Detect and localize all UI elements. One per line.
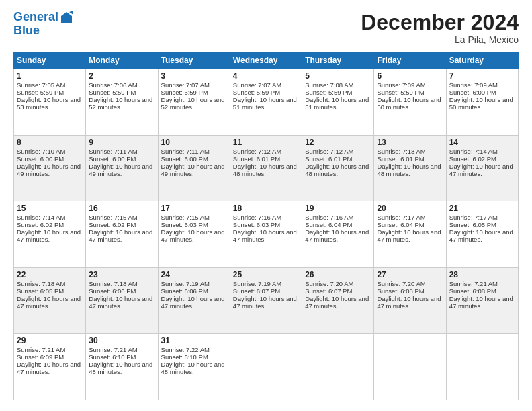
calendar-week-row: 29Sunrise: 7:21 AMSunset: 6:09 PMDayligh… [14,334,519,400]
sunset-text: Sunset: 6:07 PM [233,287,299,295]
sunrise-text: Sunrise: 7:08 AM [305,81,371,89]
daylight-text: Daylight: 10 hours and 49 minutes. [161,163,227,177]
calendar-cell [302,334,374,400]
sunrise-text: Sunrise: 7:22 AM [161,346,227,353]
sunset-text: Sunset: 5:59 PM [377,89,443,96]
title-block: December 2024 La Pila, Mexico [361,11,519,45]
calendar-cell: 30Sunrise: 7:21 AMSunset: 6:10 PMDayligh… [86,334,158,400]
day-number: 26 [305,270,371,279]
sunset-text: Sunset: 5:59 PM [233,89,299,96]
day-number: 15 [17,203,83,213]
sunset-text: Sunset: 6:10 PM [89,353,154,361]
day-number: 13 [377,138,443,147]
calendar-cell [374,334,446,400]
sunrise-text: Sunrise: 7:17 AM [377,214,443,221]
calendar-cell: 28Sunrise: 7:21 AMSunset: 6:08 PMDayligh… [446,267,518,334]
sunset-text: Sunset: 6:00 PM [161,155,227,163]
sunrise-text: Sunrise: 7:18 AM [17,280,83,287]
daylight-text: Daylight: 10 hours and 47 minutes. [17,295,83,310]
sunrise-text: Sunrise: 7:21 AM [89,346,154,353]
sunset-text: Sunset: 6:02 PM [89,221,154,228]
day-number: 27 [377,270,443,279]
sunset-text: Sunset: 6:03 PM [233,221,299,228]
sunrise-text: Sunrise: 7:21 AM [449,280,515,287]
daylight-text: Daylight: 10 hours and 50 minutes. [377,96,443,111]
sunset-text: Sunset: 5:59 PM [17,89,83,96]
month-title: December 2024 [361,11,519,34]
calendar-week-row: 8Sunrise: 7:10 AMSunset: 6:00 PMDaylight… [14,135,519,201]
daylight-text: Daylight: 10 hours and 49 minutes. [89,163,154,177]
calendar-cell: 8Sunrise: 7:10 AMSunset: 6:00 PMDaylight… [14,135,86,201]
sunrise-text: Sunrise: 7:09 AM [449,81,515,89]
svg-marker-0 [61,12,72,23]
calendar-cell: 19Sunrise: 7:16 AMSunset: 6:04 PMDayligh… [302,201,374,268]
day-number: 17 [161,203,227,213]
sunset-text: Sunset: 6:00 PM [17,155,83,163]
calendar-cell: 23Sunrise: 7:18 AMSunset: 6:06 PMDayligh… [86,267,158,334]
sunset-text: Sunset: 6:08 PM [377,287,443,295]
day-number: 29 [17,336,83,345]
sunrise-text: Sunrise: 7:14 AM [17,214,83,221]
calendar-cell: 9Sunrise: 7:11 AMSunset: 6:00 PMDaylight… [86,135,158,201]
sunrise-text: Sunrise: 7:19 AM [233,280,299,287]
day-number: 28 [449,270,515,279]
calendar-cell: 29Sunrise: 7:21 AMSunset: 6:09 PMDayligh… [14,334,86,400]
page: General Blue December 2024 La Pila, Mexi… [0,0,532,411]
calendar-cell: 15Sunrise: 7:14 AMSunset: 6:02 PMDayligh… [14,201,86,268]
sunrise-text: Sunrise: 7:18 AM [89,280,154,287]
daylight-text: Daylight: 10 hours and 48 minutes. [305,163,371,177]
day-number: 18 [233,203,299,213]
day-number: 4 [233,71,299,81]
sunrise-text: Sunrise: 7:16 AM [233,214,299,221]
day-header: Wednesday [230,52,302,69]
sunset-text: Sunset: 6:07 PM [305,287,371,295]
daylight-text: Daylight: 10 hours and 47 minutes. [161,228,227,243]
calendar-cell: 11Sunrise: 7:12 AMSunset: 6:01 PMDayligh… [230,135,302,201]
sunset-text: Sunset: 6:09 PM [17,353,83,361]
day-number: 24 [161,270,227,279]
calendar-cell: 21Sunrise: 7:17 AMSunset: 6:05 PMDayligh… [446,201,518,268]
day-number: 8 [17,138,83,147]
calendar-cell: 13Sunrise: 7:13 AMSunset: 6:01 PMDayligh… [374,135,446,201]
daylight-text: Daylight: 10 hours and 52 minutes. [161,96,227,111]
sunrise-text: Sunrise: 7:12 AM [305,148,371,155]
daylight-text: Daylight: 10 hours and 47 minutes. [161,295,227,310]
sunset-text: Sunset: 6:03 PM [161,221,227,228]
daylight-text: Daylight: 10 hours and 47 minutes. [377,228,443,243]
day-number: 22 [17,270,83,279]
sunrise-text: Sunrise: 7:19 AM [161,280,227,287]
calendar-cell: 27Sunrise: 7:20 AMSunset: 6:08 PMDayligh… [374,267,446,334]
sunrise-text: Sunrise: 7:20 AM [305,280,371,287]
sunset-text: Sunset: 6:01 PM [305,155,371,163]
day-number: 21 [449,203,515,213]
daylight-text: Daylight: 10 hours and 47 minutes. [305,295,371,310]
daylight-text: Daylight: 10 hours and 50 minutes. [449,96,515,111]
daylight-text: Daylight: 10 hours and 47 minutes. [17,361,83,375]
sunset-text: Sunset: 6:06 PM [89,287,154,295]
day-number: 14 [449,138,515,147]
sunset-text: Sunset: 5:59 PM [89,89,154,96]
day-header: Thursday [302,52,374,69]
day-number: 11 [233,138,299,147]
daylight-text: Daylight: 10 hours and 48 minutes. [233,163,299,177]
sunrise-text: Sunrise: 7:14 AM [449,148,515,155]
logo-icon [60,11,73,24]
daylight-text: Daylight: 10 hours and 51 minutes. [233,96,299,111]
sunrise-text: Sunrise: 7:13 AM [377,148,443,155]
day-header: Monday [86,52,158,69]
sunrise-text: Sunrise: 7:07 AM [161,81,227,89]
calendar-cell: 4Sunrise: 7:07 AMSunset: 5:59 PMDaylight… [230,69,302,136]
day-header: Tuesday [158,52,230,69]
calendar-cell: 24Sunrise: 7:19 AMSunset: 6:06 PMDayligh… [158,267,230,334]
sunset-text: Sunset: 6:05 PM [17,287,83,295]
daylight-text: Daylight: 10 hours and 47 minutes. [89,295,154,310]
sunrise-text: Sunrise: 7:05 AM [17,81,83,89]
day-number: 12 [305,138,371,147]
day-header: Saturday [446,52,518,69]
daylight-text: Daylight: 10 hours and 47 minutes. [377,295,443,310]
svg-marker-1 [69,11,73,15]
day-number: 7 [449,71,515,81]
calendar-week-row: 1Sunrise: 7:05 AMSunset: 5:59 PMDaylight… [14,69,519,136]
daylight-text: Daylight: 10 hours and 47 minutes. [233,295,299,310]
calendar-cell: 10Sunrise: 7:11 AMSunset: 6:00 PMDayligh… [158,135,230,201]
